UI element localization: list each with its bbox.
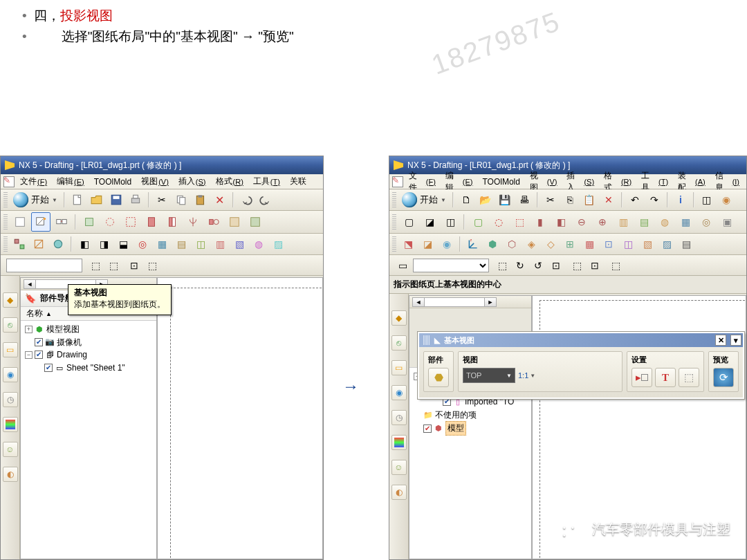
paste-icon[interactable]	[192, 191, 210, 209]
r3g-icon[interactable]: ◇	[542, 235, 560, 253]
vt1-icon[interactable]: ▢	[468, 212, 488, 232]
menu-assoc[interactable]: 关联	[286, 175, 311, 188]
vtab-layers-icon[interactable]: ▭	[391, 360, 407, 375]
revolved-icon[interactable]	[183, 212, 203, 232]
sel-g-icon[interactable]: ⬚	[608, 258, 623, 273]
nav-tab-scroll[interactable]: ◄ ►	[409, 296, 531, 308]
sel-tool-3-icon[interactable]: ⊡	[127, 258, 142, 273]
menubar[interactable]: 文件(F) 编辑(E) TOOlMold 视图(V) 插入(S) 格式(R) 工…	[1, 174, 323, 189]
vtab-navigator-icon[interactable]: ◆	[3, 292, 18, 308]
r3a-icon[interactable]: ⬔	[399, 235, 417, 253]
tool-x1-icon[interactable]: ◫	[698, 191, 716, 209]
new-sheet-icon[interactable]: ▢	[399, 212, 418, 232]
menu-view[interactable]: 视图(V)	[137, 175, 173, 188]
sel-tool-1-icon[interactable]: ⬚	[88, 258, 103, 273]
new-sheet-icon[interactable]	[10, 212, 30, 232]
print-icon[interactable]: 🖶	[515, 191, 533, 209]
sel-d-icon[interactable]: ⊡	[548, 258, 564, 273]
r3d-icon[interactable]: ⬢	[483, 235, 501, 253]
part-select-button[interactable]: ⬣	[428, 368, 449, 387]
r3b-icon[interactable]: ◪	[418, 235, 436, 253]
tool-h-icon[interactable]: ▦	[153, 235, 171, 253]
vt6-icon[interactable]: ⊖	[572, 212, 591, 232]
start-button[interactable]: 开始 ▼	[10, 191, 60, 209]
vt7-icon[interactable]: ⊕	[593, 212, 612, 232]
projected-view-icon[interactable]	[52, 212, 71, 232]
grip-icon[interactable]	[3, 192, 8, 207]
selection-input[interactable]	[6, 259, 82, 272]
scroll-track[interactable]	[424, 297, 485, 307]
vtab-assembly-icon[interactable]: ⎋	[391, 335, 407, 351]
tool-k-icon[interactable]: ▥	[211, 235, 229, 253]
tree-camera[interactable]: ✔📷摄像机	[25, 336, 154, 349]
r3j-icon[interactable]: ⊡	[600, 235, 618, 253]
selection-filter-select[interactable]	[413, 259, 489, 272]
detail-view-icon[interactable]	[204, 212, 223, 232]
sel-tool-2-icon[interactable]: ⬚	[106, 258, 121, 273]
copy-icon[interactable]: ⎘	[561, 191, 579, 209]
tool-f-icon[interactable]: ⬓	[114, 235, 132, 253]
tool-n-icon[interactable]: ▨	[269, 235, 287, 253]
vtab-internet-icon[interactable]: ◉	[3, 367, 18, 382]
settings-style-button[interactable]: T	[655, 368, 676, 387]
delete-icon[interactable]: ✕	[211, 191, 229, 209]
sel-mode-icon[interactable]: ▭	[395, 258, 410, 273]
view-tool-1-icon[interactable]	[80, 212, 99, 232]
vtab-more-icon[interactable]: ◐	[3, 467, 18, 482]
undo-icon[interactable]: ↶	[626, 191, 644, 209]
menubar[interactable]: 文件(F) 编辑(E) TOOlMold 视图(V) 插入(S) 格式(R) 工…	[389, 174, 746, 189]
vtab-roles-icon[interactable]: ☺	[3, 442, 18, 457]
dock-icon[interactable]: ▾	[730, 335, 741, 346]
vtab-more-icon[interactable]: ◐	[391, 485, 407, 500]
vt9-icon[interactable]: ▤	[634, 212, 654, 232]
sel-e-icon[interactable]: ⬚	[569, 258, 584, 273]
vtab-history-icon[interactable]: ◷	[391, 410, 407, 425]
r3c-icon[interactable]: ◉	[438, 235, 456, 253]
save-icon[interactable]	[107, 191, 125, 209]
scroll-left-icon[interactable]: ◄	[24, 279, 36, 289]
vt5-icon[interactable]: ◧	[551, 212, 571, 232]
save-icon[interactable]: 💾	[496, 191, 514, 209]
base-view-icon[interactable]: ◪	[420, 212, 439, 232]
vtD-icon[interactable]: ▣	[717, 212, 737, 232]
tool-x2-icon[interactable]: ◉	[717, 191, 735, 209]
vtab-history-icon[interactable]: ◷	[3, 392, 18, 407]
scroll-left-icon[interactable]: ◄	[412, 297, 425, 307]
vt2-icon[interactable]: ◌	[489, 212, 508, 232]
tool-a-icon[interactable]	[10, 235, 28, 253]
half-section-icon[interactable]	[163, 212, 182, 232]
open-folder-icon[interactable]	[88, 191, 106, 209]
menu-edit[interactable]: 编辑(E)	[53, 175, 89, 188]
preview-refresh-button[interactable]: ⟳	[713, 368, 734, 387]
vt8-icon[interactable]: ▥	[614, 212, 633, 232]
sel-a-icon[interactable]: ⬚	[495, 258, 510, 273]
base-view-dialog[interactable]: ◣ 基本视图 ✕ ▾ 部件 ⬣ 视图 TOP▼ 1:1 ▼ 设置 ▸	[418, 332, 744, 399]
nav-tree[interactable]: +⬢模型视图 ✔📷摄像机 −✔🗐Drawing ✔▭Sheet "Sheet 1…	[21, 321, 156, 378]
vtab-internet-icon[interactable]: ◉	[391, 385, 407, 400]
paste-icon[interactable]: 📋	[580, 191, 598, 209]
r3h-icon[interactable]: ⊞	[561, 235, 579, 253]
tool-j-icon[interactable]: ◫	[192, 235, 210, 253]
r3m-icon[interactable]: ▨	[658, 235, 676, 253]
view-orientation-select[interactable]: TOP▼	[463, 368, 515, 383]
drawing-canvas[interactable]	[157, 277, 323, 559]
info-icon[interactable]: i	[672, 191, 690, 209]
new-file-icon[interactable]	[68, 191, 86, 209]
r3i-icon[interactable]: ▩	[580, 235, 598, 253]
sel-f-icon[interactable]: ⊡	[587, 258, 602, 273]
vtab-layers-icon[interactable]: ▭	[3, 342, 18, 357]
vtA-icon[interactable]: ◍	[655, 212, 674, 232]
menu-format[interactable]: 格式(R)	[212, 175, 248, 188]
r3k-icon[interactable]: ◫	[619, 235, 637, 253]
grip-icon[interactable]	[3, 214, 8, 230]
grip-icon[interactable]	[392, 236, 396, 252]
redo-icon[interactable]	[257, 191, 275, 209]
start-button[interactable]: 开始 ▼	[399, 191, 449, 209]
redo-icon[interactable]: ↷	[645, 191, 663, 209]
menu-file[interactable]: 文件(F)	[16, 175, 51, 188]
vtB-icon[interactable]: ▦	[676, 212, 695, 232]
tool-l-icon[interactable]: ▧	[230, 235, 248, 253]
vtC-icon[interactable]: ◎	[697, 212, 716, 232]
misc-view-icon[interactable]	[246, 212, 265, 232]
dialog-drag-icon[interactable]	[423, 335, 430, 345]
